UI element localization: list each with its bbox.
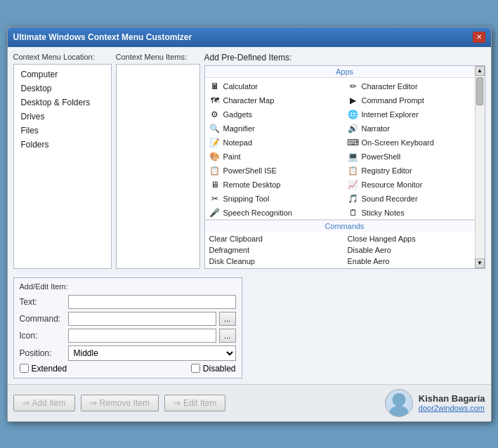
- text-field-label: Text:: [20, 297, 65, 307]
- icon-browse-button[interactable]: ...: [219, 329, 236, 343]
- disabled-checkbox[interactable]: [191, 364, 200, 373]
- cmd-defragment[interactable]: Defragment: [207, 244, 345, 256]
- list-item[interactable]: Drives: [17, 110, 108, 124]
- text-input[interactable]: [68, 295, 236, 309]
- command-field-label: Command:: [20, 314, 65, 324]
- add-edit-section: Add/Edit Item: Text: Command: ... Icon: …: [13, 277, 242, 378]
- scroll-up[interactable]: ▲: [475, 66, 485, 76]
- scrollbar[interactable]: ▲ ▼: [475, 66, 485, 268]
- extended-label: Extended: [32, 364, 67, 374]
- app-item-gadgets[interactable]: ⚙Gadgets: [207, 107, 345, 121]
- command-browse-button[interactable]: ...: [219, 312, 236, 326]
- app-item-cmd[interactable]: ▶Command Prompt: [345, 93, 483, 107]
- remove-item-button[interactable]: ⇒ Remove Item: [81, 395, 159, 411]
- app-name: Character Editor: [362, 82, 418, 91]
- apps-col2: ✏Character Editor ▶Command Prompt 🌐Inter…: [345, 79, 483, 219]
- checkbox-row: Extended Disabled: [20, 364, 236, 374]
- resmon-icon: 📈: [348, 179, 359, 190]
- snip-icon: ✂: [209, 193, 221, 204]
- position-select[interactable]: Middle Top Bottom: [68, 345, 236, 361]
- app-item-ie[interactable]: 🌐Internet Explorer: [345, 107, 483, 121]
- add-item-label: Add Item: [32, 398, 66, 408]
- chareditor-icon: ✏: [348, 81, 359, 92]
- window-title: Ultimate Windows Context Menu Customizer: [13, 32, 192, 42]
- app-item-charmap[interactable]: 🗺Character Map: [207, 93, 345, 107]
- scroll-down[interactable]: ▼: [475, 258, 485, 268]
- psise-icon: 📋: [209, 165, 221, 176]
- app-name: Registry Editor: [362, 166, 412, 175]
- extended-checkbox-label: Extended: [20, 364, 67, 374]
- app-item-chareditor[interactable]: ✏Character Editor: [345, 79, 483, 93]
- apps-panel: Apps 🖩Calculator 🗺Character Map ⚙Gadgets…: [204, 65, 485, 269]
- app-name: PowerShell ISE: [223, 166, 277, 175]
- scroll-thumb[interactable]: [476, 77, 483, 105]
- app-item-magnifier[interactable]: 🔍Magnifier: [207, 121, 345, 136]
- apps-col1: 🖩Calculator 🗺Character Map ⚙Gadgets 🔍Mag…: [207, 79, 345, 219]
- app-item-resmon[interactable]: 📈Resource Monitor: [345, 178, 483, 192]
- notepad-icon: 📝: [209, 137, 221, 148]
- commands-section: Commands Clear Clipboard Close Hanged Ap…: [205, 219, 485, 268]
- disabled-checkbox-label: Disabled: [191, 364, 236, 374]
- app-item-soundrec[interactable]: 🎵Sound Recorder: [345, 192, 483, 206]
- list-item[interactable]: Files: [17, 124, 108, 138]
- icon-field-label: Icon:: [20, 331, 65, 341]
- titlebar: Ultimate Windows Context Menu Customizer…: [8, 27, 491, 47]
- app-item-remotedesktop[interactable]: 🖥Remote Desktop: [207, 178, 345, 192]
- branding-text-block: Kishan Bagaria door2windows.com: [419, 393, 485, 412]
- sticky-icon: 🗒: [348, 207, 359, 218]
- app-item-psise[interactable]: 📋PowerShell ISE: [207, 164, 345, 178]
- add-item-button[interactable]: ⇒ Add Item: [13, 395, 75, 411]
- app-item-ps[interactable]: 💻PowerShell: [345, 150, 483, 164]
- cmd-disable-aero[interactable]: Disable Aero: [345, 244, 483, 256]
- app-item-osk[interactable]: ⌨On-Screen Keyboard: [345, 136, 483, 150]
- list-item[interactable]: Computer: [17, 67, 108, 81]
- list-item[interactable]: Desktop & Folders: [17, 95, 108, 110]
- bottom-section: Add/Edit Item: Text: Command: ... Icon: …: [13, 273, 485, 378]
- add-edit-label: Add/Edit Item:: [20, 282, 236, 291]
- items-label: Context Menu Items:: [116, 53, 200, 61]
- remove-item-label: Remove Item: [100, 398, 150, 408]
- ps-icon: 💻: [348, 151, 359, 162]
- app-name: Paint: [223, 152, 241, 161]
- app-name: PowerShell: [362, 152, 401, 161]
- location-label: Context Menu Location:: [13, 53, 112, 61]
- app-name: Resource Monitor: [362, 180, 423, 189]
- list-item[interactable]: Desktop: [17, 81, 108, 95]
- commands-header: Commands: [205, 220, 485, 232]
- app-item-narrator[interactable]: 🔊Narrator: [345, 121, 483, 136]
- branding-url[interactable]: door2windows.com: [419, 404, 485, 412]
- cmd-enable-aero[interactable]: Enable Aero: [345, 256, 483, 267]
- icon-input[interactable]: [68, 329, 216, 343]
- edit-item-button[interactable]: ⇒ Edit Item: [164, 395, 225, 411]
- app-item-snipping[interactable]: ✂Snipping Tool: [207, 192, 345, 206]
- app-name: On-Screen Keyboard: [362, 138, 434, 147]
- app-name: Calculator: [223, 82, 258, 91]
- app-name: Magnifier: [223, 124, 255, 133]
- app-item-stickynotes[interactable]: 🗒Sticky Notes: [345, 206, 483, 219]
- paint-icon: 🎨: [209, 151, 221, 162]
- cmd-disk-cleanup[interactable]: Disk Cleanup: [207, 256, 345, 267]
- app-name: Notepad: [223, 138, 253, 147]
- app-name: Snipping Tool: [223, 195, 270, 203]
- edit-item-label: Edit Item: [183, 398, 216, 408]
- command-input[interactable]: [68, 312, 216, 326]
- bottom-bar: ⇒ Add Item ⇒ Remove Item ⇒ Edit Item Kis…: [8, 384, 491, 421]
- svg-point-0: [392, 393, 405, 406]
- extended-checkbox[interactable]: [20, 364, 29, 373]
- location-list: Computer Desktop Desktop & Folders Drive…: [17, 67, 108, 152]
- app-item-calculator[interactable]: 🖩Calculator: [207, 79, 345, 93]
- predefined-section: Add Pre-Defined Items: Apps 🖩Calculator …: [204, 53, 485, 269]
- speech-icon: 🎤: [209, 207, 221, 218]
- cmd-close-hanged[interactable]: Close Hanged Apps: [345, 233, 483, 244]
- list-item[interactable]: Folders: [17, 138, 108, 152]
- app-item-speech[interactable]: 🎤Speech Recognition: [207, 206, 345, 219]
- regedit-icon: 📋: [348, 165, 359, 176]
- cmd-clear-clipboard[interactable]: Clear Clipboard: [207, 233, 345, 244]
- close-button[interactable]: ✕: [473, 32, 485, 43]
- app-name: Command Prompt: [362, 96, 424, 105]
- app-item-paint[interactable]: 🎨Paint: [207, 150, 345, 164]
- app-item-regedit[interactable]: 📋Registry Editor: [345, 164, 483, 178]
- app-item-notepad[interactable]: 📝Notepad: [207, 136, 345, 150]
- gadgets-icon: ⚙: [209, 109, 221, 120]
- icon-row: Icon: ...: [20, 329, 236, 343]
